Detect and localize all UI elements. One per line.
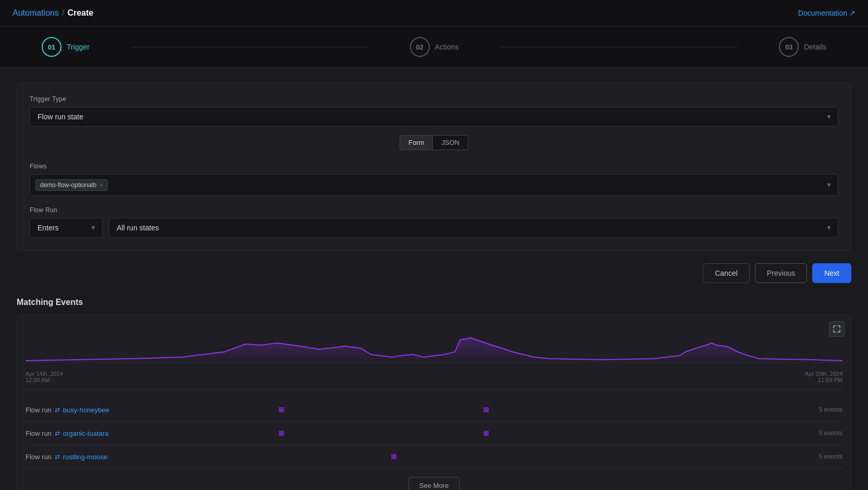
cancel-button[interactable]: Cancel <box>703 263 750 283</box>
chart-date-end: Apr 20th, 2024 11:59 PM <box>805 371 842 383</box>
form-section: Trigger Type Flow run state ▼ Form JSON … <box>17 82 851 251</box>
flow-tag-label: demo-flow-optionalb <box>40 181 96 189</box>
breadcrumb-separator: / <box>62 8 64 18</box>
flow-tag-remove-button[interactable]: × <box>100 182 103 188</box>
step-actions[interactable]: 02 Actions <box>368 37 501 57</box>
step-2-circle: 02 <box>410 37 430 57</box>
trigger-type-select-wrapper: Flow run state ▼ <box>30 107 838 127</box>
step-1-circle: 01 <box>42 37 61 57</box>
flow-run-state-wrapper: Enters ▼ <box>30 218 103 238</box>
chart-date-start: Apr 14th, 2024 12:00 AM <box>26 371 63 383</box>
event-bar <box>279 431 284 436</box>
event-bar <box>483 431 489 436</box>
json-toggle-button[interactable]: JSON <box>432 135 468 150</box>
view-toggle-group: Form JSON <box>30 135 838 150</box>
flow-run-run-state-wrapper: All run states ▼ <box>109 218 838 238</box>
event-label-2: Flow run ⇄ organic-tuatara <box>26 430 140 437</box>
step-3-label: Details <box>804 43 826 51</box>
chart-expand-button[interactable] <box>829 321 845 337</box>
documentation-link[interactable]: Documentation ↗ <box>798 9 855 17</box>
page-title: Create <box>67 8 93 18</box>
event-bar <box>483 407 489 412</box>
flow-run-row: Enters ▼ All run states ▼ <box>30 218 838 238</box>
form-toggle-button[interactable]: Form <box>400 135 432 150</box>
event-count-3: 5 events <box>801 453 842 460</box>
chart-dates: Apr 14th, 2024 12:00 AM Apr 20th, 2024 1… <box>26 371 842 390</box>
flows-label: Flows <box>30 163 838 170</box>
trigger-type-select[interactable]: Flow run state <box>30 107 838 127</box>
event-count-1: 5 events <box>801 406 842 413</box>
action-buttons-row: Cancel Previous Next <box>17 263 851 283</box>
see-more-button[interactable]: See More <box>408 477 460 490</box>
event-row: Flow run ⇄ organic-tuatara 5 events <box>26 422 842 445</box>
top-bar: Automations / Create Documentation ↗ <box>0 0 868 27</box>
event-bars-1 <box>140 405 801 415</box>
flow-name-2[interactable]: organic-tuatara <box>63 430 108 437</box>
event-bars-3 <box>140 451 801 462</box>
flows-field: Flows demo-flow-optionalb × ▼ <box>30 163 838 196</box>
step-2-label: Actions <box>435 43 459 51</box>
trigger-type-field: Trigger Type Flow run state ▼ <box>30 95 838 127</box>
automations-link[interactable]: Automations <box>13 8 59 18</box>
flow-run-field: Flow Run Enters ▼ All run states ▼ <box>30 206 838 238</box>
main-content: Trigger Type Flow run state ▼ Form JSON … <box>0 68 868 490</box>
step-trigger[interactable]: 01 Trigger <box>0 37 131 57</box>
event-bars-2 <box>140 428 801 438</box>
flows-input-box[interactable]: demo-flow-optionalb × <box>30 174 838 196</box>
svg-marker-1 <box>26 338 842 362</box>
event-row: Flow run ⇄ rustling-moose 5 events <box>26 445 842 469</box>
chart-container: Apr 14th, 2024 12:00 AM Apr 20th, 2024 1… <box>17 314 851 490</box>
matching-events-section: Matching Events <box>17 298 851 490</box>
flow-icon-3: ⇄ <box>55 453 60 460</box>
flow-run-label: Flow Run <box>30 206 838 214</box>
flow-name-1[interactable]: busy-honeybee <box>63 406 109 414</box>
event-row: Flow run ⇄ busy-honeybee 5 events <box>26 398 842 422</box>
next-button[interactable]: Next <box>812 263 851 283</box>
event-label-3: Flow run ⇄ rustling-moose <box>26 453 140 461</box>
step-details[interactable]: 03 Details <box>737 37 868 57</box>
step-1-label: Trigger <box>67 43 90 51</box>
event-count-2: 5 events <box>801 430 842 437</box>
matching-events-chart <box>26 323 842 365</box>
event-label-1: Flow run ⇄ busy-honeybee <box>26 406 140 414</box>
breadcrumb: Automations / Create <box>13 8 93 18</box>
flow-tag-chip: demo-flow-optionalb × <box>35 179 108 191</box>
flows-input-wrapper: demo-flow-optionalb × ▼ <box>30 174 838 196</box>
see-more-row: See More <box>26 469 842 490</box>
flow-run-run-state-select[interactable]: All run states <box>109 218 838 238</box>
flow-name-3[interactable]: rustling-moose <box>63 453 107 461</box>
event-bar <box>279 407 284 412</box>
flow-run-state-select[interactable]: Enters <box>30 218 103 238</box>
flow-icon-2: ⇄ <box>55 430 60 437</box>
event-bar <box>391 454 396 459</box>
event-rows: Flow run ⇄ busy-honeybee 5 events Flow r… <box>26 398 842 469</box>
step-divider-2 <box>500 47 737 47</box>
matching-events-title: Matching Events <box>17 298 851 307</box>
trigger-type-label: Trigger Type <box>30 95 838 103</box>
step-divider-1 <box>131 47 368 47</box>
step-3-circle: 03 <box>779 37 799 57</box>
flow-icon-1: ⇄ <box>55 406 60 413</box>
previous-button[interactable]: Previous <box>755 263 807 283</box>
stepper: 01 Trigger 02 Actions 03 Details <box>0 27 868 68</box>
